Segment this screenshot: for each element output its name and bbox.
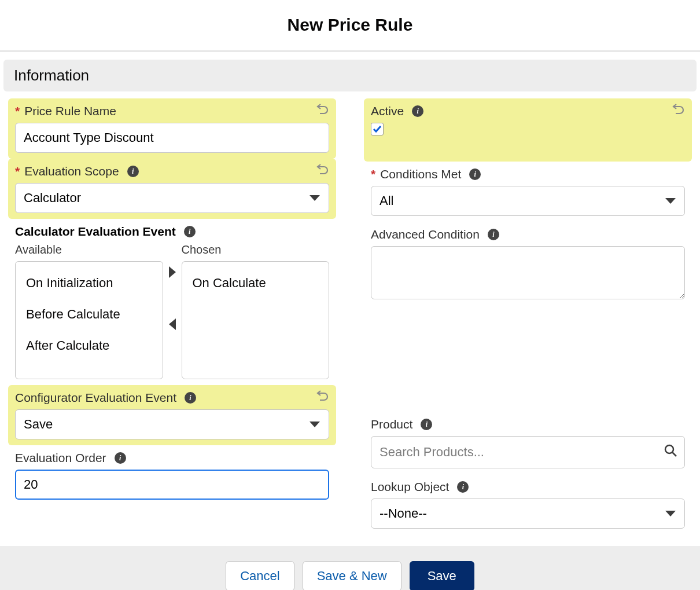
save-and-new-button[interactable]: Save & New [303, 561, 401, 590]
label-active: Active i [371, 104, 423, 118]
cancel-button[interactable]: Cancel [226, 561, 294, 590]
label-conditions-met: * Conditions Met i [371, 167, 481, 181]
conditions-met-select[interactable]: All [371, 186, 685, 216]
undo-icon[interactable] [315, 103, 329, 119]
label-config-eval-event: Configurator Evaluation Event i [15, 391, 196, 405]
field-lookup-object: Lookup Object i --None-- [364, 474, 692, 534]
field-evaluation-order: Evaluation Order i [8, 445, 336, 505]
label-advanced-condition: Advanced Condition i [371, 228, 499, 241]
list-item[interactable]: On Calculate [182, 267, 329, 299]
field-config-eval-event: Configurator Evaluation Event i Save [8, 385, 336, 445]
info-icon[interactable]: i [127, 166, 139, 177]
label-price-rule-name: * Price Rule Name [15, 104, 116, 118]
product-lookup[interactable] [371, 436, 685, 468]
active-checkbox[interactable] [371, 123, 384, 135]
field-calc-eval-event: Calculator Evaluation Event i Available … [8, 219, 336, 385]
field-conditions-met: * Conditions Met i All [364, 162, 692, 222]
available-listbox[interactable]: On Initialization Before Calculate After… [15, 261, 163, 379]
list-item[interactable]: Before Calculate [16, 299, 163, 330]
info-icon[interactable]: i [412, 105, 423, 117]
evaluation-scope-select[interactable]: Calculator [15, 183, 329, 213]
form-area: * Price Rule Name * Evaluation Scope i [8, 91, 692, 534]
svg-line-1 [672, 452, 676, 456]
move-right-button[interactable] [169, 266, 176, 278]
evaluation-order-input[interactable] [15, 470, 329, 500]
required-star: * [371, 167, 375, 181]
config-eval-event-select[interactable]: Save [15, 409, 329, 439]
move-left-button[interactable] [169, 318, 176, 330]
label-evaluation-order: Evaluation Order i [15, 451, 126, 465]
save-button[interactable]: Save [410, 561, 474, 590]
field-active: Active i [364, 98, 692, 162]
divider [0, 50, 700, 52]
chosen-listbox[interactable]: On Calculate [182, 261, 330, 379]
svg-point-0 [665, 445, 673, 453]
info-icon[interactable]: i [185, 392, 196, 404]
spacer [364, 307, 692, 412]
info-icon[interactable]: i [184, 226, 196, 237]
info-icon[interactable]: i [488, 229, 499, 240]
info-icon[interactable]: i [115, 452, 126, 464]
chosen-label: Chosen [182, 243, 330, 256]
right-column: Active i * Conditions Met [364, 98, 692, 534]
lookup-object-select[interactable]: --None-- [371, 499, 685, 529]
label-product: Product i [371, 417, 432, 431]
left-column: * Price Rule Name * Evaluation Scope i [8, 98, 336, 534]
price-rule-name-input[interactable] [15, 123, 329, 153]
undo-icon[interactable] [315, 390, 329, 406]
label-calc-eval-event: Calculator Evaluation Event i [15, 225, 196, 239]
required-star: * [15, 164, 20, 178]
required-star: * [15, 104, 20, 118]
field-evaluation-scope: * Evaluation Scope i Calculator [8, 159, 336, 219]
list-item[interactable]: After Calculate [16, 330, 163, 361]
field-price-rule-name: * Price Rule Name [8, 98, 336, 159]
info-icon[interactable]: i [457, 481, 469, 493]
undo-icon[interactable] [315, 163, 329, 179]
dual-listbox: Available On Initialization Before Calcu… [15, 243, 329, 379]
list-item[interactable]: On Initialization [16, 267, 163, 299]
label-lookup-object: Lookup Object i [371, 480, 469, 494]
product-search-input[interactable] [380, 445, 664, 460]
page-title: New Price Rule [0, 0, 700, 50]
undo-icon[interactable] [671, 103, 685, 119]
field-advanced-condition: Advanced Condition i [364, 222, 692, 307]
label-evaluation-scope: * Evaluation Scope i [15, 164, 139, 178]
available-label: Available [15, 243, 163, 256]
section-header-information: Information [3, 60, 697, 91]
field-product: Product i [364, 412, 692, 474]
info-icon[interactable]: i [469, 168, 481, 180]
button-bar: Cancel Save & New Save [0, 546, 700, 590]
search-icon[interactable] [664, 444, 677, 461]
info-icon[interactable]: i [421, 419, 432, 430]
advanced-condition-input[interactable] [371, 246, 685, 299]
